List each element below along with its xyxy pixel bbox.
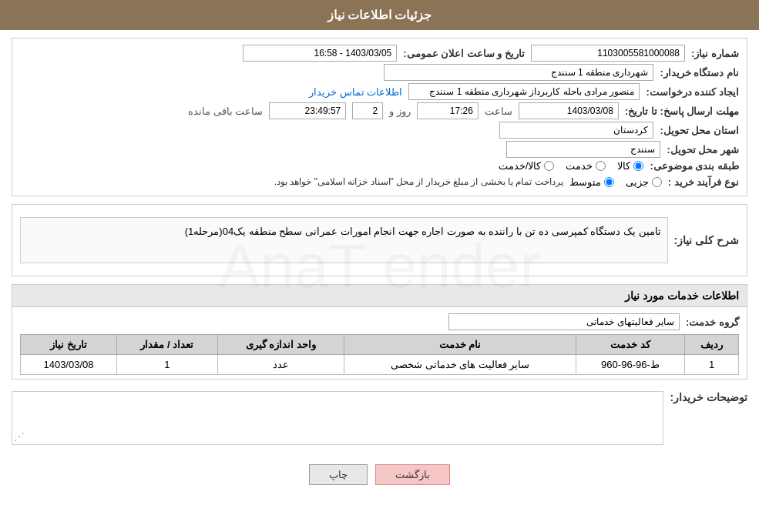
- row-city: شهر محل تحویل:: [20, 141, 739, 158]
- province-label: استان محل تحویل:: [660, 125, 739, 136]
- purchase-type-label-motavasset: متوسط: [569, 176, 601, 188]
- response-time-input[interactable]: [417, 102, 479, 119]
- purchase-type-radio-jozi[interactable]: [652, 177, 662, 187]
- col-service-name: نام خدمت: [344, 335, 576, 355]
- category-radio-khadamat[interactable]: [596, 161, 606, 171]
- category-option-both[interactable]: کالا/خدمت: [499, 160, 555, 172]
- services-table-head: ردیف کد خدمت نام خدمت واحد اندازه گیری ت…: [21, 335, 739, 355]
- creator-contact-link[interactable]: اطلاعات تماس خریدار: [309, 86, 402, 98]
- purchase-type-label-jozi: جزیی: [626, 176, 649, 188]
- col-service-code: کد خدمت: [576, 335, 684, 355]
- buyer-notes-label: توضیحات خریدار:: [670, 387, 747, 403]
- category-label-kala: کالا: [617, 160, 630, 172]
- buyer-notes-row: توضیحات خریدار: ⋱: [12, 387, 747, 449]
- payment-note: پرداخت تمام یا بخشی از مبلغ خریدار از مح…: [274, 174, 563, 189]
- buttons-row: بازگشت چاپ: [12, 457, 747, 493]
- services-section: اطلاعات خدمات مورد نیاز گروه خدمت: ردیف …: [12, 284, 747, 380]
- row-province: استان محل تحویل:: [20, 122, 739, 139]
- service-group-row: گروه خدمت:: [20, 313, 739, 330]
- buyer-org-input[interactable]: [384, 64, 653, 81]
- row-response-date: مهلت ارسال پاسخ: تا تاریخ: ساعت روز و سا…: [20, 102, 739, 119]
- col-date: تاریخ نیاز: [21, 335, 117, 355]
- response-days-input[interactable]: [352, 102, 383, 119]
- row-category: طبقه بندی موضوعی: کالا خدمت کالا/خدمت: [20, 160, 739, 172]
- city-label: شهر محل تحویل:: [667, 144, 739, 156]
- creator-label: ایجاد کننده درخواست:: [646, 86, 739, 98]
- purchase-type-radio-motavasset[interactable]: [604, 177, 614, 187]
- resize-corner-icon: ⋱: [14, 430, 25, 443]
- category-radio-both[interactable]: [544, 161, 554, 171]
- need-desc-section: شرح کلی نیاز: تامین یک دستگاه کمپرسی ده …: [12, 204, 747, 276]
- service-group-input[interactable]: [448, 313, 680, 330]
- purchase-type-motavasset[interactable]: متوسط: [569, 176, 614, 188]
- col-unit: واحد اندازه گیری: [217, 335, 344, 355]
- cell-unit: عدد: [217, 355, 344, 375]
- need-desc-label: شرح کلی نیاز:: [674, 234, 739, 246]
- category-option-kala[interactable]: کالا: [617, 160, 643, 172]
- need-desc-row: شرح کلی نیاز: تامین یک دستگاه کمپرسی ده …: [12, 207, 747, 273]
- need-number-input[interactable]: [531, 45, 685, 62]
- back-button[interactable]: بازگشت: [375, 464, 450, 485]
- announcement-date-input[interactable]: [243, 45, 397, 62]
- province-input[interactable]: [499, 122, 653, 139]
- main-content: شماره نیاز: تاریخ و ساعت اعلان عمومی: نا…: [0, 30, 759, 500]
- basic-info-inner: شماره نیاز: تاریخ و ساعت اعلان عمومی: نا…: [12, 38, 747, 196]
- services-section-title: اطلاعات خدمات مورد نیاز: [12, 285, 747, 307]
- cell-date: 1403/03/08: [21, 355, 117, 375]
- services-table-body: 1 ط-96-96-960 سایر فعالیت های خدماتی شخص…: [21, 355, 739, 375]
- response-time-label: ساعت: [485, 105, 512, 117]
- response-remaining-label: ساعت باقی مانده: [188, 105, 263, 117]
- announcement-date-label: تاریخ و ساعت اعلان عمومی:: [403, 48, 525, 59]
- response-remaining-input[interactable]: [269, 102, 346, 119]
- buyer-org-label: نام دستگاه خریدار:: [660, 67, 739, 79]
- buyer-notes-box: ⋱: [12, 391, 663, 445]
- basic-info-section: شماره نیاز: تاریخ و ساعت اعلان عمومی: نا…: [12, 38, 747, 196]
- need-number-label: شماره نیاز:: [691, 48, 739, 59]
- city-input[interactable]: [506, 141, 660, 158]
- cell-quantity: 1: [116, 355, 217, 375]
- creator-input[interactable]: [408, 83, 640, 100]
- category-radio-kala[interactable]: [633, 161, 643, 171]
- cell-service-code: ط-96-96-960: [576, 355, 684, 375]
- page-header: جزئیات اطلاعات نیاز: [0, 0, 759, 30]
- services-table: ردیف کد خدمت نام خدمت واحد اندازه گیری ت…: [20, 334, 739, 375]
- response-date-input[interactable]: [519, 102, 619, 119]
- category-label-khadamat: خدمت: [566, 160, 593, 172]
- print-button[interactable]: چاپ: [309, 464, 368, 485]
- services-table-header-row: ردیف کد خدمت نام خدمت واحد اندازه گیری ت…: [21, 335, 739, 355]
- service-group-label: گروه خدمت:: [686, 316, 739, 328]
- response-days-label: روز و: [389, 105, 411, 117]
- table-row: 1 ط-96-96-960 سایر فعالیت های خدماتی شخص…: [21, 355, 739, 375]
- page-wrapper: AnaT ender جزئیات اطلاعات نیاز شماره نیا…: [0, 0, 759, 532]
- col-row-num: ردیف: [684, 335, 738, 355]
- category-label: طبقه بندی موضوعی:: [650, 160, 739, 172]
- row-purchase-type: نوع فرآیند خرید : جزیی متوسط پرداخت تمام…: [20, 174, 739, 189]
- purchase-type-radio-group: جزیی متوسط: [569, 176, 662, 188]
- row-buyer-org: نام دستگاه خریدار:: [20, 64, 739, 81]
- row-creator: ایجاد کننده درخواست: اطلاعات تماس خریدار: [20, 83, 739, 100]
- category-radio-group: کالا خدمت کالا/خدمت: [499, 160, 644, 172]
- purchase-type-jozi[interactable]: جزیی: [626, 176, 662, 188]
- purchase-type-label: نوع فرآیند خرید :: [668, 176, 739, 188]
- response-date-label: مهلت ارسال پاسخ: تا تاریخ:: [625, 105, 739, 117]
- category-option-khadamat[interactable]: خدمت: [566, 160, 606, 172]
- page-title: جزئیات اطلاعات نیاز: [327, 8, 432, 22]
- category-label-both: کالا/خدمت: [499, 160, 542, 172]
- cell-row-num: 1: [684, 355, 738, 375]
- row-need-number: شماره نیاز: تاریخ و ساعت اعلان عمومی:: [20, 45, 739, 62]
- col-quantity: تعداد / مقدار: [116, 335, 217, 355]
- services-inner: گروه خدمت: ردیف کد خدمت نام خدمت واحد ان…: [12, 307, 747, 379]
- need-desc-value: تامین یک دستگاه کمپرسی ده تن با راننده ب…: [20, 217, 668, 263]
- cell-service-name: سایر فعالیت های خدماتی شخصی: [344, 355, 576, 375]
